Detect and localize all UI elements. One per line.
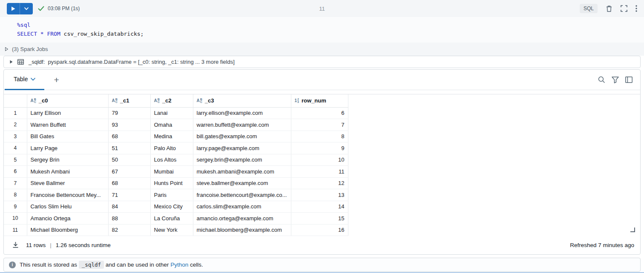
table-row: 4Larry Page51Palo Altolarry.page@example…: [4, 142, 348, 154]
column-name: _c0: [39, 97, 48, 104]
run-cell-button[interactable]: [7, 3, 33, 14]
cell-c2: Los Altos: [150, 154, 193, 166]
cell-c3: steve.ballmer@example.com: [193, 177, 291, 189]
cell-n: 8: [4, 189, 27, 201]
cell-n: 2: [4, 119, 27, 131]
runtime: 1.26 seconds runtime: [56, 242, 111, 248]
sqldf-info-bar: This result is stored as _sqldf and can …: [3, 258, 641, 272]
collapsed-triangle-icon[interactable]: [10, 60, 13, 64]
cell-row_num: 8: [291, 131, 348, 142]
footer-separator: |: [50, 242, 52, 248]
cell-row_num: 12: [291, 177, 348, 189]
string-type-icon: ABC: [197, 98, 202, 103]
cell-c0: Sergey Brin: [27, 154, 108, 166]
spark-jobs-label: (3) Spark Jobs: [12, 46, 48, 52]
string-type-icon: ABC: [31, 98, 36, 103]
cell-c1: 88: [108, 213, 150, 225]
cell-n: 6: [4, 166, 27, 178]
sqldf-code-token: _sqldf: [79, 261, 104, 269]
cell-c3: francoise.bettencourt@example.co...: [193, 189, 291, 201]
column-header-_c2[interactable]: ABC_c2: [150, 94, 193, 107]
table-header-row: ABC_c0ABC_c1ABC_c2ABC_c3123row_num: [4, 94, 348, 107]
cell-c2: Medina: [150, 131, 193, 142]
cell-c2: Omaha: [150, 119, 193, 131]
collapsed-triangle-icon[interactable]: [5, 47, 8, 51]
cell-row_num: 11: [291, 166, 348, 178]
cell-row_num: 15: [291, 213, 348, 225]
execution-time-status: 03:08 PM (1s): [48, 6, 80, 11]
from-keyword: FROM: [47, 31, 60, 37]
maximize-cell-button[interactable]: [621, 5, 627, 12]
results-resize-handle[interactable]: [630, 228, 635, 232]
select-keyword: SELECT: [17, 31, 37, 37]
cell-c3: mukesh.ambani@example.com: [193, 166, 291, 178]
column-header-row_num[interactable]: 123row_num: [291, 94, 348, 107]
cell-c3: amancio.ortega@example.com: [193, 213, 291, 225]
info-text: This result is stored as _sqldf and can …: [20, 262, 203, 268]
table-row: 1Larry Ellison79Lanailarry.ellison@examp…: [4, 107, 348, 119]
cell-c2: Mexico City: [150, 201, 193, 213]
star-token: *: [40, 31, 44, 37]
language-selector-button[interactable]: SQL: [580, 4, 598, 13]
results-footer: 11 rows | 1.26 seconds runtime Refreshed…: [4, 236, 640, 254]
cell-c0: Larry Ellison: [27, 107, 108, 119]
cell-number: 11: [319, 6, 325, 12]
run-options-chevron-down-icon[interactable]: [20, 3, 33, 14]
tab-table-label: Table: [14, 76, 28, 82]
filter-icon[interactable]: [612, 77, 619, 83]
search-icon[interactable]: [598, 76, 605, 83]
dataframe-summary-box[interactable]: _sqldf: pyspark.sql.dataframe.DataFrame …: [3, 56, 641, 68]
cell-c0: Larry Page: [27, 142, 108, 154]
code-line-magic[interactable]: %sql: [17, 20, 637, 29]
delete-cell-button[interactable]: [606, 5, 612, 12]
tab-chevron-down-icon[interactable]: [31, 78, 35, 81]
cell-c1: 82: [108, 224, 150, 236]
cell-c1: 67: [108, 166, 150, 178]
cell-n: 10: [4, 213, 27, 225]
cell-n: 7: [4, 177, 27, 189]
cell-toolbar: 03:08 PM (1s) 11 SQL: [0, 0, 644, 17]
cell-c3: bill.gates@example.com: [193, 131, 291, 142]
cell-row_num: 9: [291, 142, 348, 154]
column-header-_c3[interactable]: ABC_c3: [193, 94, 291, 107]
column-header-_c1[interactable]: ABC_c1: [108, 94, 150, 107]
side-panel-icon[interactable]: [625, 77, 632, 83]
cell-c3: warren.buffett@example.com: [193, 119, 291, 131]
results-panel: Table +: [3, 69, 641, 255]
table-row: 9Carlos Slim Helu84Mexico Citycarlos.sli…: [4, 201, 348, 213]
cell-row_num: 13: [291, 189, 348, 201]
cell-c2: La Coruña: [150, 213, 193, 225]
info-text-prefix: This result is stored as: [20, 262, 77, 268]
table-row: 8Francoise Bettencourt Mey...71Parisfran…: [4, 189, 348, 201]
cell-c0: Carlos Slim Helu: [27, 201, 108, 213]
dataframe-icon: [17, 59, 24, 65]
cell-menu-kebab-icon[interactable]: [635, 5, 637, 12]
cell-c3: michael.bloomberg@example.com: [193, 224, 291, 236]
cell-n: 5: [4, 154, 27, 166]
info-icon: [9, 262, 16, 268]
code-line-query[interactable]: SELECT * FROM csv_row_skip_databricks;: [17, 29, 637, 38]
spark-jobs-toggle[interactable]: (3) Spark Jobs: [0, 43, 644, 56]
string-type-icon: ABC: [112, 98, 118, 103]
add-visualization-button[interactable]: +: [51, 75, 61, 84]
cell-c0: Steve Ballmer: [27, 177, 108, 189]
play-icon[interactable]: [7, 3, 20, 14]
download-results-icon[interactable]: [12, 242, 19, 248]
cell-c2: Palo Alto: [150, 142, 193, 154]
cell-c2: New York: [150, 224, 193, 236]
cell-row_num: 16: [291, 224, 348, 236]
column-header-_c0[interactable]: ABC_c0: [27, 94, 108, 107]
code-editor[interactable]: %sql SELECT * FROM csv_row_skip_databric…: [0, 17, 644, 43]
cell-row_num: 7: [291, 119, 348, 131]
table-row: 5Sergey Brin50Los Altossergey.brin@examp…: [4, 154, 348, 166]
cell-n: 1: [4, 107, 27, 119]
column-name: _c3: [205, 97, 214, 104]
cell-c0: Amancio Ortega: [27, 213, 108, 225]
refreshed-status: Refreshed 7 minutes ago: [570, 242, 634, 248]
tab-table[interactable]: Table: [5, 70, 44, 90]
table-row: 10Amancio Ortega88La Coruñaamancio.orteg…: [4, 213, 348, 225]
info-text-middle: and can be used in other: [106, 262, 169, 268]
cell-c0: Mukesh Ambani: [27, 166, 108, 178]
python-link[interactable]: Python: [170, 262, 188, 268]
cell-n: 11: [4, 224, 27, 236]
